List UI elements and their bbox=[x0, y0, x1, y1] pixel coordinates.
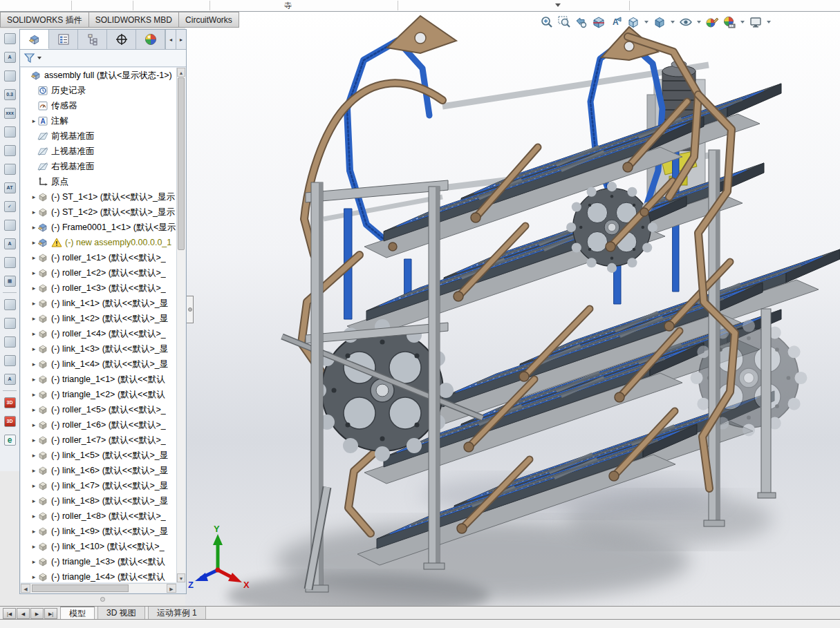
tree-row[interactable]: ▸(-) roller_1<6> (默认<<默认>_ bbox=[21, 417, 176, 432]
view-settings-button[interactable] bbox=[748, 15, 763, 30]
tree-row[interactable]: ▸(-) triangle_1<4> (默认<<默认 bbox=[21, 569, 176, 582]
next-tab-button[interactable]: ▶ bbox=[30, 608, 44, 619]
big-a-annotation-tool-icon[interactable]: A bbox=[0, 234, 19, 253]
expand-arrow-icon[interactable]: ▸ bbox=[30, 437, 37, 444]
expand-arrow-icon[interactable]: ▸ bbox=[30, 224, 37, 231]
expand-arrow-icon[interactable]: ▸ bbox=[30, 269, 37, 276]
expand-arrow-icon[interactable]: ▸ bbox=[30, 467, 37, 474]
tree-row[interactable]: ▸(-) roller_1<8> (默认<<默认>_ bbox=[21, 508, 176, 524]
view-orientation-caret[interactable] bbox=[644, 21, 648, 23]
weld-symbol-tool-icon[interactable] bbox=[0, 216, 19, 234]
document-tab-1[interactable]: 3D 视图 bbox=[97, 607, 145, 619]
command-tab-1[interactable]: SOLIDWORKS MBD bbox=[89, 12, 179, 28]
table-tool-icon[interactable]: ▦ bbox=[0, 272, 19, 290]
expand-arrow-icon[interactable]: ▸ bbox=[30, 573, 37, 580]
publish-3d-pdf-template-tool-icon[interactable]: 3D bbox=[0, 412, 19, 430]
scroll-up-button[interactable]: ▲ bbox=[177, 68, 185, 77]
view-orientation-button[interactable] bbox=[626, 15, 641, 30]
publish-3d-pdf-tool-icon[interactable]: 3D bbox=[0, 393, 19, 412]
horizontal-scroll-thumb[interactable] bbox=[32, 584, 129, 592]
menu-dropdown-caret[interactable] bbox=[555, 3, 561, 7]
expand-arrow-icon[interactable]: ▸ bbox=[30, 285, 37, 292]
tree-row[interactable]: 前视基准面 bbox=[21, 129, 176, 144]
plane-tool-icon[interactable] bbox=[0, 332, 19, 351]
tree-row[interactable]: ▸(-) link_1<3> (默认<<默认>_显 bbox=[21, 341, 176, 356]
panel-tab-scroll-right[interactable]: ▸ bbox=[176, 30, 186, 49]
expand-arrow-icon[interactable]: ▸ bbox=[30, 193, 37, 200]
expand-arrow-icon[interactable]: ▸ bbox=[30, 345, 37, 352]
cube-note-tool-icon[interactable] bbox=[0, 351, 19, 370]
tree-row[interactable]: ▸A注解 bbox=[21, 113, 176, 129]
tree-row[interactable]: ▸(-) new assemply0.00.0.0_1 bbox=[21, 235, 176, 250]
mbd-flag-tool-icon[interactable] bbox=[0, 29, 19, 48]
tree-row[interactable]: ▸(-) link_1<5> (默认<<默认>_显 bbox=[21, 448, 176, 463]
expand-arrow-icon[interactable]: ▸ bbox=[30, 209, 37, 216]
tree-row[interactable]: ▸(-) link_1<10> (默认<<默认>_ bbox=[21, 539, 176, 554]
configurationmanager-tab[interactable] bbox=[78, 30, 107, 49]
expand-arrow-icon[interactable]: ▸ bbox=[30, 528, 37, 535]
expand-arrow-icon[interactable]: ▸ bbox=[30, 391, 37, 398]
tree-row[interactable]: ▸(-) link_1<7> (默认<<默认>_显 bbox=[21, 478, 176, 493]
tree-row[interactable]: ▸(-) ST_1<2> (默认<<默认>_显示 bbox=[21, 204, 176, 220]
panel-splitter-handle[interactable] bbox=[187, 296, 194, 323]
last-tab-button[interactable]: ▶| bbox=[44, 608, 57, 619]
section-view-tool-icon[interactable] bbox=[0, 314, 19, 332]
tree-row[interactable]: ▸(-) link_1<9> (默认<<默认>_显 bbox=[21, 524, 176, 539]
tree-row[interactable]: ▸(-) triangle_1<1> (默认<<默认 bbox=[21, 372, 176, 387]
expand-arrow-icon[interactable]: ▸ bbox=[30, 543, 37, 550]
tree-row[interactable]: 传感器 bbox=[21, 98, 176, 113]
panel-collapse-dot[interactable] bbox=[100, 597, 105, 602]
filter-funnel-icon[interactable] bbox=[24, 52, 36, 64]
tree-row[interactable]: ▸(-) roller_1<2> (默认<<默认>_ bbox=[21, 265, 176, 280]
display-style-button[interactable] bbox=[652, 15, 667, 30]
panel-tab-scroll-left[interactable]: ◂ bbox=[165, 30, 176, 49]
tree-row[interactable]: 历史记录 bbox=[21, 83, 176, 98]
tree-row[interactable]: ▸(-) link_1<4> (默认<<默认>_显 bbox=[21, 356, 176, 372]
hide-show-items-button[interactable] bbox=[678, 15, 693, 30]
tree-row[interactable]: ▸(-) link_1<6> (默认<<默认>_显 bbox=[21, 463, 176, 478]
capture-view-tool-icon[interactable] bbox=[0, 295, 19, 314]
apply-scene-button[interactable] bbox=[722, 15, 737, 30]
tree-row[interactable]: ▸(-) ST_1<1> (默认<<默认>_显示 bbox=[21, 189, 176, 204]
previous-tab-button[interactable]: ◀ bbox=[17, 608, 30, 619]
callout-tool-icon[interactable]: AT bbox=[0, 178, 19, 197]
expand-arrow-icon[interactable]: ▸ bbox=[30, 117, 37, 124]
datum-target-tool-icon[interactable] bbox=[0, 141, 19, 160]
edrawings-publish-tool-icon[interactable]: e bbox=[0, 430, 19, 449]
graphics-viewport[interactable]: Y X Z A bbox=[185, 12, 840, 607]
dimension-xxx-tool-icon[interactable]: xxx bbox=[0, 104, 19, 122]
expand-arrow-icon[interactable]: ▸ bbox=[30, 254, 37, 261]
previous-view-button[interactable] bbox=[574, 15, 589, 30]
expand-arrow-icon[interactable]: ▸ bbox=[30, 361, 37, 368]
show-annotation-tool-icon[interactable] bbox=[0, 160, 19, 178]
tree-row[interactable]: 右视基准面 bbox=[21, 159, 176, 174]
check-tool-icon[interactable]: ✓ bbox=[0, 197, 19, 216]
3d-model-canvas[interactable]: Y X Z bbox=[185, 12, 840, 607]
tree-horizontal-scrollbar[interactable]: ◀ ▶ bbox=[21, 583, 176, 593]
zoom-to-area-button[interactable] bbox=[557, 15, 572, 30]
command-tab-2[interactable]: CircuitWorks bbox=[179, 12, 239, 28]
note-tool-icon[interactable]: A bbox=[0, 48, 19, 66]
tree-row[interactable]: ▸(-) roller_1<1> (默认<<默认>_ bbox=[21, 250, 176, 265]
tree-row[interactable]: ▸(-) roller_1<7> (默认<<默认>_ bbox=[21, 432, 176, 448]
tree-row[interactable]: ▸(-) link_1<2> (默认<<默认>_显 bbox=[21, 311, 176, 326]
vertical-scroll-thumb[interactable] bbox=[178, 77, 185, 250]
scroll-left-button[interactable]: ◀ bbox=[21, 584, 30, 593]
expand-arrow-icon[interactable]: ▸ bbox=[30, 300, 37, 307]
expand-arrow-icon[interactable]: ▸ bbox=[30, 421, 37, 428]
dimxpertmanager-tab[interactable] bbox=[107, 30, 136, 49]
tree-row[interactable]: ▸(-) triangle_1<2> (默认<<默认 bbox=[21, 387, 176, 402]
expand-arrow-icon[interactable]: ▸ bbox=[30, 558, 37, 565]
document-tab-2[interactable]: 运动算例 1 bbox=[148, 607, 206, 619]
dynamic-annotation-views-button[interactable]: A bbox=[608, 15, 624, 30]
people-capture-tool-icon[interactable] bbox=[0, 122, 19, 141]
scroll-down-button[interactable]: ▼ bbox=[177, 573, 185, 582]
expand-arrow-icon[interactable]: ▸ bbox=[30, 315, 37, 322]
expand-arrow-icon[interactable]: ▸ bbox=[30, 406, 37, 413]
expand-arrow-icon[interactable]: ▸ bbox=[30, 497, 37, 504]
scroll-right-button[interactable]: ▶ bbox=[167, 584, 176, 593]
view-settings-caret[interactable] bbox=[767, 21, 771, 23]
expand-arrow-icon[interactable]: ▸ bbox=[30, 452, 37, 459]
display-style-caret[interactable] bbox=[671, 21, 675, 23]
displaymanager-tab[interactable] bbox=[136, 30, 165, 49]
